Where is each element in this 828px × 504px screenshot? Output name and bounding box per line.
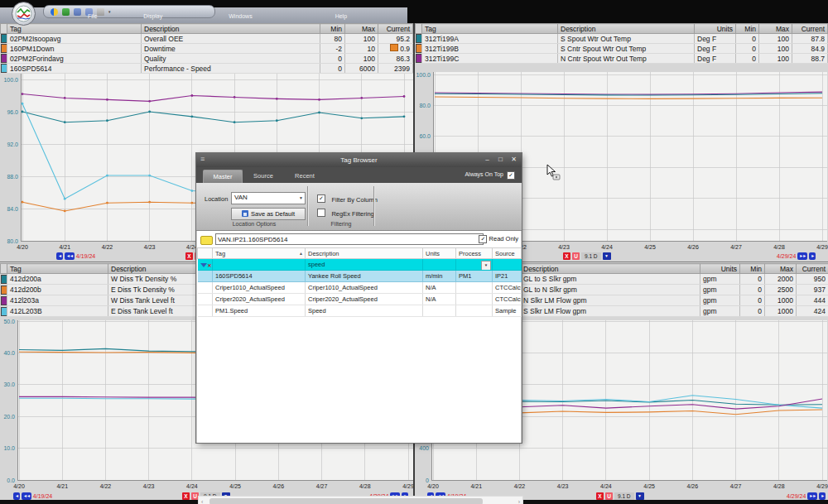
range-end-date[interactable]: 4/29/24 [787, 492, 806, 500]
always-on-top-checkbox[interactable]: ✓ [507, 171, 515, 180]
step-back-button[interactable]: ◄ [56, 252, 63, 260]
tab-source[interactable]: Source [244, 170, 282, 183]
table-row[interactable]: 02PM2ForindavgQuality010086.3 [1, 54, 413, 64]
scrollbar-thumb[interactable] [209, 498, 483, 504]
tab-recent[interactable]: Recent [286, 170, 324, 183]
close-trend-button[interactable]: X [596, 492, 604, 500]
step-back-button[interactable]: ◄ [13, 492, 20, 500]
column-header[interactable]: Units [700, 264, 740, 274]
cell-units: Deg F [695, 34, 736, 44]
regex-filtering-checkbox[interactable] [317, 209, 325, 217]
jump-forward-button[interactable]: ►► [807, 492, 817, 500]
filter-cell-units[interactable] [423, 259, 456, 271]
grid-row[interactable]: Criper1010_ActualSpeedCriper1010_ActualS… [198, 282, 522, 294]
dialog-title: Tag Browser [196, 156, 522, 164]
tag-path-input[interactable] [215, 233, 484, 245]
range-start-date[interactable]: 4/19/24 [76, 252, 95, 260]
column-header[interactable]: Min [740, 264, 765, 274]
filter-dropdown-icon[interactable]: ▼ [481, 261, 491, 271]
unzoom-button[interactable]: U [605, 492, 613, 500]
horizontal-scrollbar[interactable]: ‹ › [198, 496, 523, 504]
step-forward-button[interactable]: ► [809, 252, 816, 260]
dialog-title-bar[interactable]: ≡ Tag Browser – □ ✕ [196, 153, 522, 167]
column-header[interactable]: Current [378, 24, 413, 34]
column-header[interactable]: Units [695, 24, 736, 34]
filter-cell-tag[interactable] [213, 259, 306, 271]
column-header[interactable]: Tag [7, 264, 108, 274]
grid-column-header[interactable]: Units [423, 248, 456, 259]
duration-dropdown[interactable]: ▼ [636, 492, 644, 500]
close-icon[interactable]: ✕ [508, 155, 520, 165]
column-header[interactable]: Max [759, 24, 792, 34]
menu-windows[interactable]: Windows [229, 13, 252, 19]
table-row[interactable]: 160SPD5614Performance - Speed060002399 [1, 64, 413, 74]
scroll-right-icon[interactable]: › [518, 498, 520, 504]
column-header[interactable]: Description [558, 24, 695, 34]
column-header[interactable]: Min [736, 24, 759, 34]
read-only-checkbox[interactable]: ✓ [479, 235, 487, 243]
grid-filter-row[interactable]: ✕speed▼ [198, 259, 522, 271]
range-start-date[interactable]: 4/19/24 [33, 492, 52, 500]
column-header[interactable]: Min [320, 24, 345, 34]
table-row[interactable]: 02PM2IsoopavgOverall OEE8010095.2 [1, 34, 413, 44]
grid-column-header[interactable]: Description [306, 248, 423, 259]
menu-display[interactable]: Display [143, 13, 162, 19]
cell-description: GL to S Slkr gpm [521, 274, 700, 285]
range-end-date[interactable]: 4/29/24 [777, 252, 796, 260]
filter-cell-description[interactable]: speed [306, 259, 423, 271]
clear-filter-icon[interactable]: ✕ [208, 263, 212, 268]
save-as-default-button[interactable]: Save as Default [231, 208, 306, 220]
svg-text:4/23: 4/23 [143, 483, 155, 489]
filter-cell-source[interactable] [493, 259, 522, 271]
cell-min: 0 [740, 306, 765, 317]
table-row[interactable]: 312Ti199AS Spout Wtr Out TempDeg F010087… [416, 34, 828, 44]
menu-help[interactable]: Help [335, 13, 347, 19]
svg-text:4/28: 4/28 [359, 483, 371, 489]
location-combobox[interactable]: VAN ▼ [231, 192, 306, 204]
table-row[interactable]: 312Ti199CN Cntr Spout Wtr Out TempDeg F0… [416, 54, 828, 64]
cell-min: 80 [320, 34, 345, 44]
unzoom-button[interactable]: U [572, 252, 580, 260]
grid-column-header[interactable]: Tag▲ [213, 248, 306, 259]
column-header[interactable]: Description [142, 24, 320, 34]
column-header[interactable]: Description [521, 264, 700, 274]
grid-column-header[interactable]: Source [493, 248, 522, 259]
table-row[interactable]: 160PM1DownDowntime-2100.9 [1, 44, 413, 54]
menu-file[interactable]: File [88, 13, 97, 19]
column-header[interactable]: Tag [422, 24, 558, 34]
grid-row[interactable]: Criper2020_ActualSpeedCriper2020_ActualS… [198, 294, 522, 305]
tab-master[interactable]: Master [203, 170, 243, 184]
column-header[interactable]: Max [345, 24, 378, 34]
minimize-icon[interactable]: – [481, 155, 493, 165]
duration-chip[interactable]: 9.1 D [614, 492, 634, 500]
jump-back-button[interactable]: ◄◄ [65, 252, 75, 260]
grid-cell-units: N/A [423, 294, 456, 305]
grid-row[interactable]: 160SPD5614Yankee Roll Speedm/minPM1IP21 [198, 271, 522, 282]
close-trend-button[interactable]: X [182, 492, 190, 500]
location-options-caption: Location Options [205, 221, 304, 227]
jump-forward-button[interactable]: ►► [797, 252, 807, 260]
duration-chip[interactable]: 9.1 D [581, 252, 601, 260]
svg-text:4/26: 4/26 [687, 244, 699, 250]
svg-text:4/22: 4/22 [514, 483, 526, 489]
column-header[interactable]: Current [792, 24, 828, 34]
x-axis-tick-labels: 4/204/214/224/234/244/254/264/274/284/29 [427, 483, 828, 489]
regex-filtering-label: RegEx Filtering [331, 210, 373, 218]
close-trend-button[interactable]: X [185, 252, 193, 260]
filter-cell-process[interactable]: ▼ [456, 259, 493, 271]
table-row[interactable]: 312Ti199BS Cntr Spout Wtr Out TempDeg F0… [416, 44, 828, 54]
scroll-left-icon[interactable]: ‹ [201, 498, 203, 504]
column-header[interactable]: Max [765, 264, 797, 274]
close-trend-button[interactable]: X [563, 252, 570, 260]
maximize-icon[interactable]: □ [494, 155, 507, 165]
column-header[interactable]: Current [797, 264, 828, 274]
grid-row[interactable]: PM1.SpeedSpeedSample [198, 305, 522, 317]
svg-text:4/24: 4/24 [601, 244, 613, 250]
svg-text:4/21: 4/21 [59, 244, 70, 250]
app-logo-orb[interactable] [12, 2, 36, 26]
filter-by-column-checkbox[interactable]: ✓ [317, 194, 325, 203]
step-forward-button[interactable]: ► [819, 492, 826, 500]
jump-back-button[interactable]: ◄◄ [22, 492, 31, 500]
grid-column-header[interactable]: Process [456, 248, 493, 259]
duration-dropdown[interactable]: ▼ [603, 252, 611, 260]
